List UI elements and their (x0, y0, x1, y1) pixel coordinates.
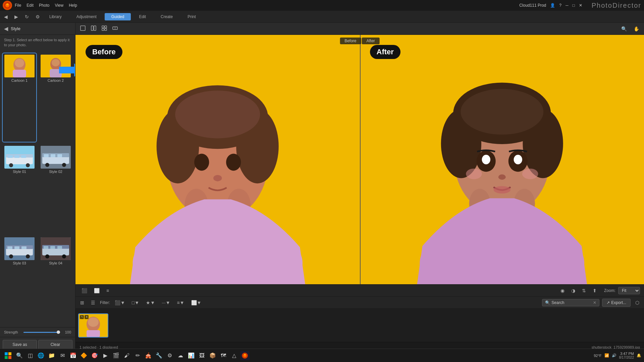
taskbar-photoshop[interactable]: 🖌 (122, 351, 131, 360)
style-item-cartoon1[interactable]: AI Cartoon 1 (3, 53, 36, 142)
nav-settings[interactable]: ⚙ (34, 13, 41, 21)
svg-rect-6 (13, 70, 26, 77)
svg-point-24 (62, 163, 66, 167)
sidebar-back-button[interactable]: ◀ (4, 25, 8, 32)
taskbar-calendar[interactable]: 📅 (68, 351, 78, 360)
taskbar-powerpoint[interactable]: 📊 (186, 351, 196, 360)
sort-icon[interactable]: ≡ (104, 287, 111, 295)
before-after-btn[interactable] (110, 24, 120, 33)
nav-forward[interactable]: ▶ (13, 13, 19, 21)
taskbar-explorer[interactable]: 📁 (47, 351, 56, 360)
menu-edit[interactable]: Edit (26, 3, 34, 8)
filter-more-btn[interactable]: ···▼ (160, 299, 172, 307)
taskbar-icon-7[interactable]: 🎯 (90, 351, 99, 360)
tab-edit[interactable]: Edit (132, 13, 153, 20)
taskbar-edge[interactable]: 🌐 (36, 351, 46, 360)
grid-view-btn[interactable] (100, 24, 109, 33)
filter-sort-btn[interactable]: ≡▼ (175, 299, 186, 307)
close-btn[interactable]: ✕ (579, 3, 582, 8)
arrows-icon[interactable]: ⇅ (580, 287, 588, 295)
menu-photo[interactable]: Photo (39, 3, 49, 8)
filter-star-btn[interactable]: ★▼ (144, 299, 157, 307)
svg-point-60 (175, 90, 260, 138)
clear-button[interactable]: Clear (38, 340, 72, 349)
list-btn[interactable]: ☰ (89, 299, 97, 307)
taskbar-maps[interactable]: 🗺 (219, 351, 228, 360)
taskbar-icon-18[interactable]: 📦 (208, 351, 217, 360)
svg-point-63 (213, 175, 222, 181)
person-thumb-cartoon (41, 55, 71, 77)
filter-type-btn[interactable]: □▼ (130, 299, 141, 307)
svg-point-2 (6, 3, 8, 5)
minimize-btn[interactable]: ─ (566, 3, 569, 8)
compare-view-btn[interactable] (89, 24, 98, 33)
single-view-icon[interactable]: ⬛ (79, 287, 89, 295)
external-btn[interactable]: ⬡ (633, 299, 641, 307)
bus-thumb-04 (41, 237, 71, 260)
svg-point-16 (26, 163, 30, 167)
save-as-button[interactable]: Save as (3, 340, 37, 349)
taskbar-icon-6[interactable]: 🔶 (79, 351, 89, 360)
svg-point-31 (9, 254, 13, 258)
style-item-style03[interactable]: Style 03 (3, 236, 36, 324)
taskbar-icon-12[interactable]: 🎪 (144, 351, 153, 360)
tab-print[interactable]: Print (181, 13, 203, 20)
maximize-btn[interactable]: □ (572, 3, 575, 8)
style-item-style04[interactable]: Style 04 (39, 236, 72, 324)
menu-file[interactable]: File (15, 3, 21, 8)
taskbar: 🔍 ◫ 🌐 📁 ✉ 📅 🔶 🎯 ▶ 🎬 🖌 ✏ 🎪 🔧 ⚙ ☁ 📊 🖼 📦 🗺 … (0, 349, 644, 362)
taskbar-search[interactable]: 🔍 (15, 351, 24, 360)
zoom-dropdown[interactable]: Fit 25% 50% 100% 200% (618, 287, 640, 294)
hand-tool-icon[interactable]: ✋ (632, 25, 641, 33)
person-thumb-before (4, 55, 35, 77)
contrast-icon[interactable]: ◑ (569, 287, 577, 295)
taskbar-icon-14[interactable]: ⚙ (165, 351, 174, 360)
search-input[interactable] (551, 300, 592, 305)
taskbar-icon-13[interactable]: 🔧 (154, 351, 164, 360)
zoom-fit-icon[interactable]: 🔍 (619, 25, 629, 33)
taskbar-icon-20[interactable]: △ (229, 351, 239, 360)
svg-rect-43 (57, 246, 62, 249)
nav-refresh[interactable]: ↻ (23, 13, 30, 21)
tab-library[interactable]: Library (43, 13, 68, 20)
style-label-style03: Style 03 (13, 261, 26, 265)
search-box: 🔍 ✕ (542, 299, 599, 306)
style-item-cartoon2[interactable]: AI Cartoon 2 (39, 53, 72, 142)
image-area: Before After Before (75, 35, 644, 284)
split-view-icon[interactable]: ⬜ (92, 287, 102, 295)
filter-color-btn[interactable]: ⬜▼ (189, 299, 204, 307)
start-button[interactable] (3, 350, 13, 361)
bus-thumb-03 (4, 237, 35, 260)
nav-back[interactable]: ◀ (3, 13, 9, 21)
style-item-style01[interactable]: Style 01 (3, 144, 36, 233)
export-button[interactable]: ↗ Export... (602, 299, 631, 307)
menu-view[interactable]: View (55, 3, 63, 8)
grid-btn[interactable]: ⊞ (78, 299, 86, 307)
svg-rect-41 (44, 246, 48, 249)
svg-point-78 (482, 155, 490, 164)
film-thumb-1[interactable]: ✎ ★ (78, 313, 108, 338)
tab-guided[interactable]: Guided (105, 13, 131, 20)
taskbar-icon-17[interactable]: 🖼 (197, 351, 207, 360)
single-view-btn[interactable] (78, 24, 88, 33)
search-clear-btn[interactable]: ✕ (593, 300, 596, 305)
filter-all-btn[interactable]: ⬛▼ (113, 299, 127, 307)
strength-slider[interactable] (23, 332, 60, 333)
sidebar-title: Style (11, 26, 20, 31)
tab-adjustment[interactable]: Adjustment (70, 13, 103, 20)
taskbar-mail[interactable]: ✉ (58, 351, 67, 360)
style-item-style02[interactable]: Style 02 (39, 144, 72, 233)
taskbar-taskview[interactable]: ◫ (25, 351, 35, 360)
taskbar-notification[interactable]: 🔔 (637, 353, 641, 358)
taskbar-aftereffects[interactable]: ▶ (101, 351, 110, 360)
taskbar-cloud[interactable]: ☁ (176, 351, 185, 360)
title-bar-left: File Edit Photo View Help (3, 1, 77, 10)
menu-help[interactable]: Help (69, 3, 77, 8)
taskbar-premiere[interactable]: 🎬 (111, 351, 121, 360)
help-icon[interactable]: ? (559, 3, 561, 8)
tab-create[interactable]: Create (154, 13, 179, 20)
taskbar-illustrator[interactable]: ✏ (133, 351, 142, 360)
circle-icon[interactable]: ◉ (558, 287, 567, 295)
share-icon[interactable]: ⬆ (591, 287, 599, 295)
taskbar-photodirector[interactable] (240, 351, 250, 360)
